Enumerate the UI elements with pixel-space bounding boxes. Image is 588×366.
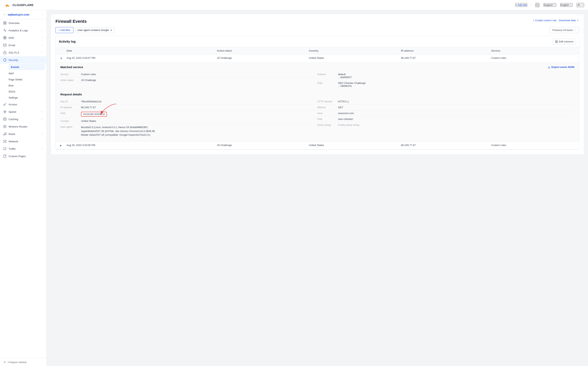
sidebar-item-network[interactable]: Network [0, 138, 46, 145]
activity-log-title: Activity log [59, 40, 76, 43]
sidebar-item-custom-pages-label: Custom Pages [8, 155, 43, 158]
filter-tag-close-button[interactable]: ✕ [110, 29, 112, 32]
col-expand [56, 47, 63, 54]
detail-asn-label: ASN [60, 112, 78, 115]
detail-user-agent-label: User agent [60, 125, 78, 128]
worker-icon [3, 125, 7, 128]
sidebar-item-custom-pages[interactable]: Custom Pages [0, 152, 46, 160]
sidebar-item-traffic-label: Traffic [8, 147, 39, 150]
detail-ray-id-value: 7f9ce500fa5b2c3c [81, 100, 102, 103]
site-name: wpbasicpro.com [8, 13, 41, 16]
support-button[interactable]: Support [543, 3, 557, 7]
shield-icon [3, 58, 7, 62]
detail-service-row: Service Custom rules [60, 71, 317, 77]
sidebar-item-access[interactable]: Access [0, 101, 46, 108]
table-header: Date Action taken Country IP address Ser… [56, 47, 579, 54]
detail-country-row: Country United States [60, 118, 317, 124]
detail-ip-row: IP address 66.249.77.67 [60, 105, 317, 110]
svg-point-0 [536, 4, 538, 6]
top-nav-right: + Add site Support English [515, 3, 584, 8]
sidebar-item-analytics-logs[interactable]: Analytics & Logs [0, 27, 46, 34]
collapse-sidebar-button[interactable]: Collapse sidebar [0, 358, 46, 366]
svg-point-13 [3, 134, 4, 135]
table-body: ▼ Aug 20, 2023 3:03:07 PM JS Challenge U… [56, 54, 579, 150]
sidebar-subitem-waf[interactable]: WAF [8, 70, 46, 76]
sidebar-item-speed[interactable]: Speed [0, 108, 46, 115]
cloudflare-logo-icon [4, 3, 11, 8]
sidebar-item-email-label: Email [8, 44, 39, 47]
edit-columns-button[interactable]: Edit columns [553, 39, 576, 44]
detail-ruleset-label: Ruleset [317, 73, 335, 76]
collapse-icon [3, 360, 6, 364]
back-arrow: ← [3, 13, 6, 16]
sidebar-item-workers-routes[interactable]: Workers Routes [0, 123, 46, 130]
sidebar-item-email[interactable]: Email [0, 41, 46, 49]
add-filter-button[interactable]: + Add filter [55, 27, 73, 33]
email-icon [3, 43, 7, 47]
expanded-detail-inner: Matched service Export event JSON [56, 62, 579, 141]
row-action: JS Challenge [214, 54, 306, 62]
detail-method-value: GET [338, 106, 343, 109]
filters-row: + Add filter User agent contains Google … [55, 27, 579, 33]
language-button[interactable]: English [560, 3, 573, 7]
collapse-label: Collapse sidebar [8, 361, 27, 364]
row-expand-button[interactable]: ▶ [59, 144, 63, 147]
cloudflare-logo[interactable]: CLOUDFLARE [4, 3, 33, 8]
matched-service-right: Ruleset default …6ad3b917 Ru [317, 71, 574, 89]
sidebar-subitem-events[interactable]: Events [8, 64, 45, 70]
sidebar-item-traffic[interactable]: Traffic [0, 145, 46, 152]
sidebar-item-rules[interactable]: Rules [0, 130, 46, 138]
download-data-link[interactable]: Download data [559, 19, 579, 22]
sidebar-subitem-page-shield[interactable]: Page Shield [8, 76, 46, 83]
svg-rect-8 [3, 52, 6, 54]
row-expand-cell: ▼ [56, 54, 63, 62]
detail-user-agent-value: Mozilla/5.0 (Linux; Android 6.0.1; Nexus… [81, 125, 155, 137]
sidebar-item-ssl-tls[interactable]: SSL/TLS [0, 49, 46, 56]
sidebar-subitem-bots[interactable]: Bots [8, 83, 46, 89]
sidebar-item-overview-label: Overview [8, 22, 43, 24]
user-menu-button[interactable] [577, 3, 584, 7]
database-icon [3, 117, 7, 121]
svg-rect-20 [555, 40, 557, 43]
svg-rect-7 [3, 44, 7, 46]
sidebar-item-dns-label: DNS [8, 36, 39, 39]
expanded-detail-row: Matched service Export event JSON [56, 62, 579, 142]
firewall-events-panel: Firewall Events + Create custom rule Dow… [51, 14, 584, 155]
request-details-left: Ray ID 7f9ce500fa5b2c3c IP address 66.24… [60, 99, 317, 138]
svg-point-11 [3, 118, 6, 119]
detail-action-row: Action taken JS Challenge [60, 77, 317, 83]
sidebar-subitem-settings[interactable]: Settings [8, 95, 46, 101]
time-range-selector[interactable]: Previous 24 hours [550, 27, 579, 33]
sidebar-item-security[interactable]: Security [0, 56, 46, 64]
search-button[interactable] [535, 3, 540, 7]
ssl-chevron-icon [41, 51, 43, 54]
firewall-header: Firewall Events + Create custom rule Dow… [55, 19, 579, 24]
create-custom-rule-link[interactable]: + Create custom rule [533, 19, 557, 22]
export-event-json-link[interactable]: Export event JSON [548, 66, 574, 69]
site-selector[interactable]: ← wpbasicpro.com › [0, 10, 46, 19]
detail-ip-value: 66.249.77.67 [81, 106, 96, 109]
col-service: Service [488, 47, 579, 54]
request-details-title: Request details [60, 93, 574, 96]
expanded-detail-cell: Matched service Export event JSON [56, 62, 579, 142]
svg-rect-3 [5, 22, 6, 23]
svg-point-19 [6, 142, 7, 143]
table-row: ▶ Aug 20, 2023 3:03:06 PM JS Challenge U… [56, 141, 579, 149]
add-site-button[interactable]: + Add site [515, 3, 527, 7]
detail-asn-row: ASN AS15169 GOOGLE [60, 110, 317, 118]
detail-query-string-value: Empty query string [338, 123, 359, 126]
activity-log-header: Activity log Edit columns [56, 36, 579, 47]
sidebar-item-dns[interactable]: DNS [0, 34, 46, 41]
speed-chevron-icon [41, 111, 43, 113]
sidebar-subitem-ddos[interactable]: DDoS [8, 89, 46, 95]
detail-service-value: Custom rules [81, 73, 96, 76]
svg-point-1 [578, 4, 579, 5]
sidebar-item-caching[interactable]: Caching [0, 115, 46, 123]
row-date: Aug 20, 2023 3:03:06 PM [63, 141, 214, 149]
detail-ray-id-row: Ray ID 7f9ce500fa5b2c3c [60, 99, 317, 105]
row-expand-button[interactable]: ▼ [59, 56, 63, 61]
sidebar-item-overview[interactable]: Overview [0, 19, 46, 27]
nav-divider [531, 3, 531, 8]
search-icon [536, 3, 539, 7]
logo-text: CLOUDFLARE [12, 3, 33, 7]
